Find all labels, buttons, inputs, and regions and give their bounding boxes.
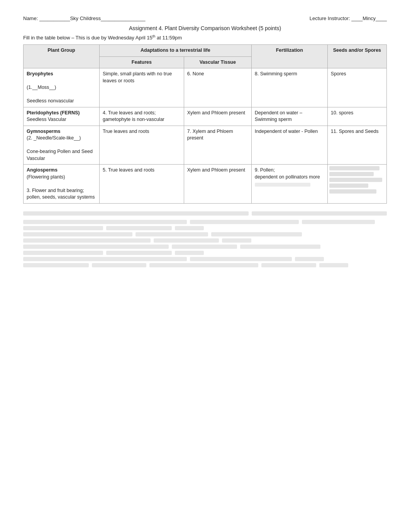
angiosperms-vascular-text: Xylem and Phloem present xyxy=(187,167,245,173)
cell-pteridophytes-group: Pteridophytes (FERNS) Seedless Vascular xyxy=(24,107,100,126)
angiosperms-name: Angiosperms xyxy=(27,167,58,173)
angiosperms-seeds-blurred xyxy=(329,166,385,194)
gymnosperms-vascular-text: 7. Xylem and Phloem present xyxy=(187,129,233,141)
gymnosperms-name: Gymnosperms xyxy=(27,129,61,134)
bryophytes-desc: Seedless nonvascular xyxy=(27,98,74,104)
instructor-label: Lecture Instructor: ____Mincy____ xyxy=(310,15,387,21)
pteridophytes-desc: Seedless Vascular xyxy=(27,117,66,122)
col-header-vascular: Vascular Tissue xyxy=(184,56,251,68)
blurred-row-6 xyxy=(23,245,387,249)
pteridophytes-vascular-text: Xylem and Phloem present xyxy=(187,110,245,116)
blurred-row-3 xyxy=(23,226,387,230)
cell-bryophytes-fertilization: 8. Swimming sperm xyxy=(251,68,327,107)
blurred-row-9 xyxy=(23,263,387,267)
bryophytes-name: Bryophytes xyxy=(27,71,53,76)
cell-bryophytes-vascular: 6. None xyxy=(184,68,251,107)
name-label: Name: xyxy=(23,15,38,21)
instructions-text: Fill in the table below – This is due by… xyxy=(23,35,152,41)
pteridophytes-seeds-text: 10. spores xyxy=(331,110,353,116)
bryophytes-fertilization-text: 8. Swimming sperm xyxy=(255,71,297,76)
instructor-field: Lecture Instructor: ____Mincy____ xyxy=(310,15,387,21)
cell-angiosperms-vascular: Xylem and Phloem present xyxy=(184,165,251,204)
cell-bryophytes-seeds: Spores xyxy=(327,68,386,107)
pteridophytes-features-text: 4. True leaves and roots; gametophyte is… xyxy=(103,110,164,122)
angiosperms-desc: 3. Flower and fruit bearing; pollen, see… xyxy=(27,188,95,200)
pteridophytes-fertilization-text: Dependent on water –Swimming sperm xyxy=(255,110,302,122)
table-row: Angiosperms (Flowering plants) 3. Flower… xyxy=(24,165,387,204)
angiosperms-example: (Flowering plants) xyxy=(27,174,65,180)
header: Name: ___________Sky Childress__________… xyxy=(23,15,387,21)
cell-bryophytes-features: Simple, small plants with no true leaves… xyxy=(99,68,184,107)
gymnosperms-seeds-text: 11. Spores and Seeds xyxy=(331,129,379,134)
angiosperms-fertilization-text: 9. Pollen;dependent on pollinators more xyxy=(255,167,320,180)
table-row: Pteridophytes (FERNS) Seedless Vascular … xyxy=(24,107,387,126)
table-row: Gymnosperms (2. _Needle/Scale-like__) Co… xyxy=(24,126,387,165)
blurred-row-1 xyxy=(23,211,387,218)
assignment-title: Assignment 4. Plant Diversity Comparison… xyxy=(23,25,387,31)
gymnosperms-example: (2. _Needle/Scale-like__) xyxy=(27,135,81,141)
cell-bryophytes-group: Bryophytes (1.__Moss__) Seedless nonvasc… xyxy=(24,68,100,107)
bryophytes-vascular-text: 6. None xyxy=(187,71,204,76)
name-value: ___________Sky Childress________________ xyxy=(39,15,146,21)
cell-gymnosperms-fertilization: Independent of water - Pollen xyxy=(251,126,327,165)
angiosperms-features-text: 5. True leaves and roots xyxy=(103,167,154,173)
cell-angiosperms-seeds xyxy=(327,165,386,204)
pteridophytes-name: Pteridophytes (FERNS) xyxy=(27,110,80,116)
cell-gymnosperms-group: Gymnosperms (2. _Needle/Scale-like__) Co… xyxy=(24,126,100,165)
instructions-text2: at 11:59pm xyxy=(155,35,182,41)
cell-gymnosperms-seeds: 11. Spores and Seeds xyxy=(327,126,386,165)
table-row: Bryophytes (1.__Moss__) Seedless nonvasc… xyxy=(24,68,387,107)
gymnosperms-features-text: True leaves and roots xyxy=(103,129,149,134)
gymnosperms-desc: Cone-bearing Pollen and Seed Vascular xyxy=(27,149,93,161)
cell-pteridophytes-vascular: Xylem and Phloem present xyxy=(184,107,251,126)
cell-angiosperms-features: 5. True leaves and roots xyxy=(99,165,184,204)
col-header-features: Features xyxy=(99,56,184,68)
col-header-plant-group: Plant Group xyxy=(24,45,100,68)
col-header-fertilization: Fertilization xyxy=(251,45,327,68)
blurred-row-5 xyxy=(23,238,387,243)
instructions: Fill in the table below – This is due by… xyxy=(23,34,387,41)
blurred-row-7 xyxy=(23,251,387,255)
plant-diversity-table: Plant Group Adaptations to a terrestrial… xyxy=(23,44,387,204)
blurred-row-4 xyxy=(23,232,387,236)
bryophytes-seeds-text: Spores xyxy=(331,71,346,76)
cell-angiosperms-group: Angiosperms (Flowering plants) 3. Flower… xyxy=(24,165,100,204)
cell-pteridophytes-fertilization: Dependent on water –Swimming sperm xyxy=(251,107,327,126)
gymnosperms-fertilization-text: Independent of water - Pollen xyxy=(255,129,318,134)
blurred-content xyxy=(23,211,387,267)
cell-gymnosperms-vascular: 7. Xylem and Phloem present xyxy=(184,126,251,165)
col-header-adaptations: Adaptations to a terrestrial life xyxy=(99,45,251,57)
cell-angiosperms-fertilization: 9. Pollen;dependent on pollinators more xyxy=(251,165,327,204)
table-header-row: Plant Group Adaptations to a terrestrial… xyxy=(24,45,387,57)
bryophytes-example: (1.__Moss__) xyxy=(27,85,56,90)
col-header-seeds: Seeds and/or Spores xyxy=(327,45,386,68)
cell-pteridophytes-seeds: 10. spores xyxy=(327,107,386,126)
name-field: Name: ___________Sky Childress__________… xyxy=(23,15,146,21)
blurred-row-2 xyxy=(23,220,387,224)
bryophytes-features-text: Simple, small plants with no true leaves… xyxy=(103,71,172,83)
cell-pteridophytes-features: 4. True leaves and roots; gametophyte is… xyxy=(99,107,184,126)
blurred-row-8 xyxy=(23,257,387,261)
cell-gymnosperms-features: True leaves and roots xyxy=(99,126,184,165)
